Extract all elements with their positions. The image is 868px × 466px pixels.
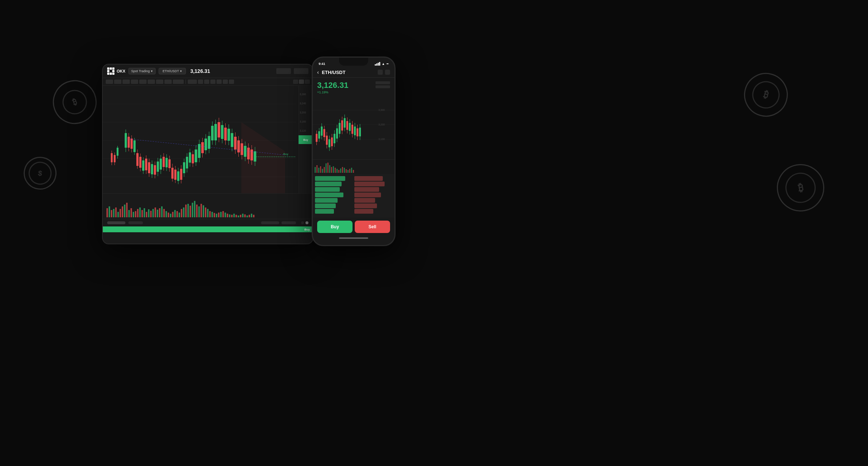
- svg-rect-249: [336, 128, 338, 139]
- toolbar-item-14[interactable]: [217, 79, 222, 84]
- phone-sell-button[interactable]: Sell: [355, 221, 390, 233]
- toolbar-item-7[interactable]: [156, 79, 163, 84]
- nav-dot-2[interactable]: [305, 221, 308, 224]
- toolbar-item-8[interactable]: [164, 79, 172, 84]
- toolbar-item-6[interactable]: [148, 79, 155, 84]
- nav-dot-1[interactable]: [301, 221, 304, 224]
- toolbar-item-12[interactable]: [204, 79, 209, 84]
- svg-rect-270: [354, 127, 356, 135]
- svg-rect-201: [209, 211, 211, 217]
- svg-rect-300: [347, 170, 349, 173]
- bid-row-5: [315, 198, 338, 203]
- svg-rect-182: [168, 213, 169, 217]
- toolbar-item-4[interactable]: [131, 79, 138, 84]
- svg-rect-168: [137, 209, 139, 217]
- svg-rect-246: [334, 134, 335, 143]
- signal-icon: [375, 62, 380, 66]
- svg-rect-282: [315, 167, 316, 173]
- svg-rect-294: [336, 169, 338, 173]
- svg-rect-54: [154, 165, 156, 175]
- phone-volume-area: [313, 159, 394, 174]
- svg-rect-287: [324, 167, 325, 173]
- back-button[interactable]: ‹: [317, 69, 319, 75]
- tablet-header: OKX Spot Trading ▾ ETH/USDT ▾ 3,126.31: [103, 65, 313, 78]
- svg-rect-261: [346, 121, 348, 130]
- svg-rect-196: [198, 206, 200, 217]
- tablet-buy-bar-label: Buy: [304, 228, 310, 231]
- toolbar-item-16[interactable]: [229, 79, 234, 84]
- svg-rect-167: [135, 211, 136, 217]
- svg-rect-69: [168, 159, 171, 168]
- toolbar-item-5[interactable]: [139, 79, 147, 84]
- phone-buy-button[interactable]: Buy: [317, 221, 353, 233]
- svg-rect-214: [238, 215, 239, 217]
- svg-rect-193: [192, 203, 193, 217]
- spot-trading-button[interactable]: Spot Trading ▾: [128, 68, 156, 74]
- svg-rect-36: [136, 153, 139, 166]
- svg-rect-18: [114, 155, 116, 162]
- coin-btc-bottom-right: ₿: [773, 160, 828, 215]
- svg-rect-303: [353, 170, 354, 173]
- phone-price-main: 3,126.31: [317, 81, 349, 90]
- svg-rect-185: [174, 210, 176, 217]
- eth-pair-button[interactable]: ETH/USDT ▾: [159, 68, 186, 74]
- svg-rect-199: [205, 207, 206, 217]
- svg-rect-221: [253, 215, 254, 217]
- bid-row-4: [315, 193, 343, 197]
- svg-rect-102: [201, 142, 204, 153]
- chart-type-icon-2[interactable]: [299, 79, 304, 84]
- svg-rect-273: [357, 128, 358, 136]
- svg-rect-203: [214, 213, 215, 217]
- svg-rect-66: [166, 158, 168, 167]
- svg-rect-234: [323, 129, 325, 137]
- tablet-buy-bar[interactable]: Buy: [103, 226, 313, 232]
- toolbar-item-10[interactable]: [188, 79, 197, 84]
- svg-text:3,200: 3,200: [378, 123, 385, 126]
- svg-rect-202: [211, 212, 213, 217]
- toolbar-item-2[interactable]: [114, 79, 121, 84]
- ask-row-4: [354, 193, 381, 197]
- toolbar-item-13[interactable]: [210, 79, 215, 84]
- bid-row-1: [315, 176, 345, 181]
- toolbar-item-3[interactable]: [122, 79, 130, 84]
- toolbar-item-9[interactable]: [173, 79, 184, 84]
- svg-rect-285: [320, 166, 321, 173]
- footer-pagination-4: [281, 221, 296, 224]
- svg-rect-243: [331, 137, 333, 146]
- svg-rect-120: [221, 125, 223, 139]
- bid-row-7: [315, 209, 334, 214]
- battery-icon: [386, 63, 389, 64]
- svg-rect-114: [214, 124, 217, 140]
- svg-rect-176: [155, 207, 156, 217]
- toolbar-item-11[interactable]: [198, 79, 203, 84]
- svg-rect-283: [316, 165, 318, 173]
- svg-rect-215: [240, 215, 241, 217]
- svg-rect-228: [318, 131, 320, 139]
- svg-rect-204: [216, 214, 217, 217]
- toolbar-item-15[interactable]: [223, 79, 228, 84]
- footer-pagination-2: [128, 221, 143, 224]
- toolbar-item-1[interactable]: [106, 79, 113, 84]
- svg-rect-289: [327, 163, 328, 173]
- svg-rect-141: [244, 146, 246, 157]
- chart-type-icon[interactable]: [293, 79, 298, 84]
- svg-rect-189: [183, 207, 184, 217]
- phone-icon-1[interactable]: [378, 70, 383, 75]
- svg-text:₿: ₿: [71, 97, 78, 107]
- svg-rect-171: [144, 208, 145, 217]
- ask-row-2: [354, 182, 385, 186]
- svg-rect-21: [117, 148, 118, 156]
- tablet-price: 3,126.31: [190, 68, 210, 74]
- buy-price-button[interactable]: Buy: [299, 135, 313, 144]
- phone-icon-2[interactable]: [385, 70, 390, 75]
- tablet-candlestick-chart: Buy: [103, 86, 296, 193]
- price-axis-label-3: 3,200: [300, 111, 312, 114]
- svg-rect-60: [160, 159, 162, 170]
- svg-rect-187: [179, 213, 180, 217]
- svg-rect-184: [172, 212, 174, 217]
- bid-row-3: [315, 187, 340, 192]
- chart-type-icon-3[interactable]: [305, 79, 310, 84]
- svg-text:3,100: 3,100: [378, 138, 385, 140]
- bid-row-2: [315, 182, 342, 186]
- chart-container: Buy: [103, 86, 313, 193]
